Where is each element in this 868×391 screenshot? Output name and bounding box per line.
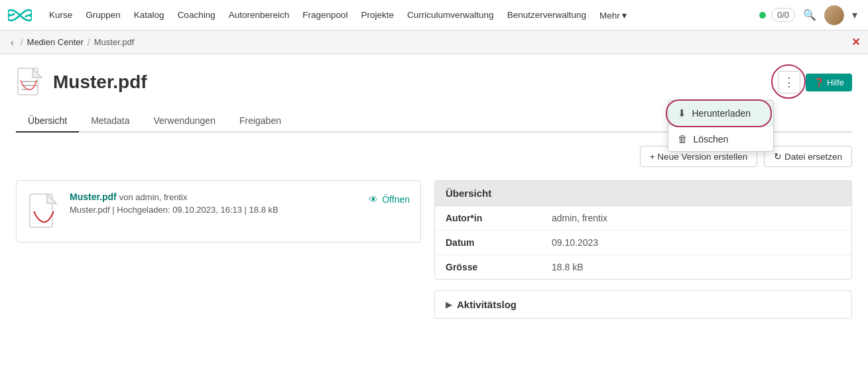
nav-fragenpool[interactable]: Fragenpool xyxy=(296,0,354,30)
dropdown-herunterladen[interactable]: ⬇ Herunterladen xyxy=(668,101,773,126)
activity-section: ▶ Aktivitätslog xyxy=(434,290,852,319)
table-row: Datum 09.10.2023 xyxy=(435,231,851,255)
overview-panel-title: Übersicht xyxy=(435,181,851,206)
overview-value-autor: admin, frentix xyxy=(541,206,851,231)
overview-key-autor: Autor*in xyxy=(435,206,541,231)
nav-right: 0/0 🔍 ▾ xyxy=(759,5,860,25)
dropdown-loeschen-label: Löschen xyxy=(693,134,728,144)
file-info-card: Muster.pdf von admin, frentix Muster.pdf… xyxy=(16,180,421,243)
file-name-link[interactable]: Muster.pdf xyxy=(70,192,117,202)
nav-kurse[interactable]: Kurse xyxy=(42,0,79,30)
file-details: Muster.pdf von admin, frentix Muster.pdf… xyxy=(70,192,359,215)
nav-autorenbereich[interactable]: Autorenbereich xyxy=(222,0,296,30)
two-col-layout: Muster.pdf von admin, frentix Muster.pdf… xyxy=(16,180,852,319)
status-dot xyxy=(759,12,766,19)
activity-title: Aktivitätslog xyxy=(457,299,517,310)
nav-curriculumverwaltung[interactable]: Curriculumverwaltung xyxy=(401,0,501,30)
breadcrumb-back-button[interactable]: ‹ xyxy=(8,36,17,49)
nav-projekte[interactable]: Projekte xyxy=(355,0,401,30)
tab-verwendungen[interactable]: Verwendungen xyxy=(142,110,227,133)
page-header: Muster.pdf ⋮ ⬇ Herunterladen xyxy=(16,68,852,97)
overview-table: Autor*in admin, frentix Datum 09.10.2023… xyxy=(435,206,851,279)
breadcrumb-sep2: / xyxy=(88,37,90,48)
tab-uebersicht[interactable]: Übersicht xyxy=(16,110,79,133)
breadcrumb-current: Muster.pdf xyxy=(94,37,135,47)
overview-panel: Übersicht Autor*in admin, frentix Datum … xyxy=(434,180,852,280)
overview-value-datum: 09.10.2023 xyxy=(541,231,851,255)
file-icon-medium xyxy=(27,192,60,231)
page-title: Muster.pdf xyxy=(53,72,147,93)
nav-katalog[interactable]: Katalog xyxy=(127,0,171,30)
dropdown-herunterladen-label: Herunterladen xyxy=(692,108,751,119)
breadcrumb-close-button[interactable]: ✕ xyxy=(851,36,860,48)
activity-chevron-icon: ▶ xyxy=(446,300,452,309)
more-options-dropdown: ⬇ Herunterladen 🗑 Löschen xyxy=(668,100,774,152)
nav-gruppen[interactable]: Gruppen xyxy=(79,0,127,30)
top-nav: Kurse Gruppen Katalog Coaching Autorenbe… xyxy=(0,0,868,30)
overview-key-datum: Datum xyxy=(435,231,541,255)
breadcrumb-sep1: / xyxy=(21,37,23,48)
page-title-area: Muster.pdf xyxy=(16,68,147,97)
table-row: Autor*in admin, frentix xyxy=(435,206,851,231)
file-meta: Muster.pdf | Hochgeladen: 09.10.2023, 16… xyxy=(70,205,359,215)
nav-mehr[interactable]: Mehr ▾ xyxy=(593,0,634,30)
nav-coaching[interactable]: Coaching xyxy=(171,0,222,30)
col-left: Muster.pdf von admin, frentix Muster.pdf… xyxy=(16,180,421,243)
breadcrumb: ‹ / Medien Center / Muster.pdf ✕ xyxy=(0,30,868,54)
file-open-button[interactable]: 👁 Öffnen xyxy=(369,194,410,205)
avatar[interactable] xyxy=(824,5,844,25)
file-icon-large xyxy=(16,68,45,97)
overview-key-groesse: Grösse xyxy=(435,255,541,280)
avatar-chevron-icon[interactable]: ▾ xyxy=(849,6,860,24)
tab-freigaben[interactable]: Freigaben xyxy=(227,110,293,133)
page-header-right: ⋮ ⬇ Herunterladen 🗑 Löschen xyxy=(778,71,852,93)
download-icon: ⬇ xyxy=(678,107,686,119)
nav-benutzerverwaltung[interactable]: Benutzerverwaltung xyxy=(501,0,593,30)
logo[interactable] xyxy=(8,7,32,23)
more-options-button[interactable]: ⋮ xyxy=(778,71,800,93)
col-right: Übersicht Autor*in admin, frentix Datum … xyxy=(434,180,852,319)
breadcrumb-medien-center[interactable]: Medien Center xyxy=(27,37,84,47)
tab-metadata[interactable]: Metadata xyxy=(79,110,141,133)
file-open-label: Öffnen xyxy=(382,194,410,205)
main-content: Muster.pdf ⋮ ⬇ Herunterladen xyxy=(0,54,868,332)
table-row: Grösse 18.8 kB xyxy=(435,255,851,280)
file-author-suffix: von admin, frentix xyxy=(119,192,188,202)
activity-header[interactable]: ▶ Aktivitätslog xyxy=(435,291,851,318)
datei-ersetzen-button[interactable]: ↻ Datei ersetzen xyxy=(764,146,852,167)
overview-value-groesse: 18.8 kB xyxy=(541,255,851,280)
eye-icon: 👁 xyxy=(369,194,378,205)
trash-icon: 🗑 xyxy=(678,133,688,144)
hilfe-button[interactable]: ❓ Hilfe xyxy=(806,74,852,91)
dropdown-loeschen[interactable]: 🗑 Löschen xyxy=(668,127,773,151)
search-icon[interactable]: 🔍 xyxy=(800,6,819,24)
nav-score: 0/0 xyxy=(771,8,795,22)
